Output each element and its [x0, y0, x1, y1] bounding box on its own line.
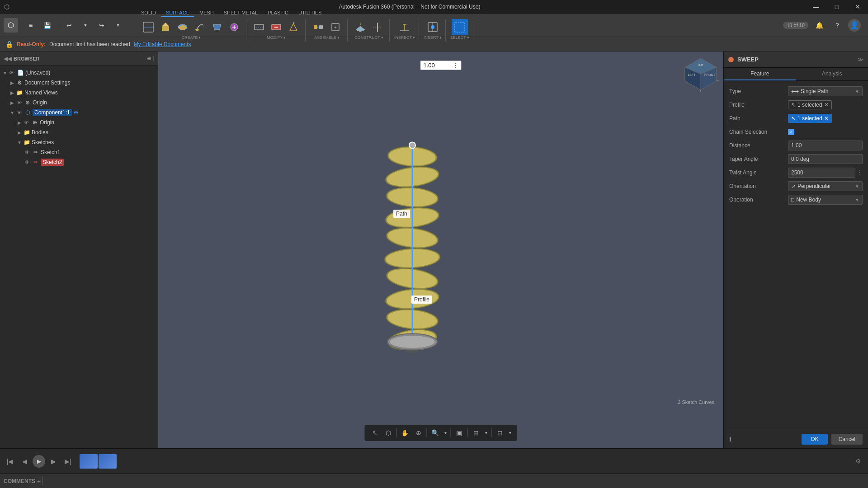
orbit-tool[interactable]: ✋: [399, 427, 411, 439]
tab-solid[interactable]: SOLID: [137, 9, 160, 17]
file-menu[interactable]: ≡: [24, 18, 38, 33]
viewport[interactable]: ⋮: [158, 52, 723, 448]
select-label[interactable]: SELECT ▾: [450, 35, 469, 40]
inspect-measure-button[interactable]: [396, 19, 413, 35]
tree-item-bodies[interactable]: ▶ 📁 Bodies: [0, 127, 158, 137]
assemble-joint-button[interactable]: [310, 19, 326, 35]
redo-button[interactable]: ↪: [94, 18, 109, 33]
tree-item-doc-settings[interactable]: ▶ ⚙ Document Settings: [0, 78, 158, 88]
eye-icon-origin[interactable]: 👁: [15, 99, 23, 106]
cursor-tool[interactable]: ↖: [368, 427, 381, 439]
assemble-label[interactable]: ASSEMBLE ▾: [314, 35, 340, 40]
tree-arrow-bodies[interactable]: ▶: [16, 130, 23, 135]
redo-dropdown[interactable]: ▼: [111, 18, 125, 33]
save-button[interactable]: 💾: [40, 18, 54, 33]
document-count[interactable]: 10 of 10: [783, 22, 808, 29]
browser-collapse[interactable]: ◀◀: [4, 56, 12, 62]
editable-docs-link[interactable]: My Editable Documents: [134, 41, 191, 47]
construct-plane-button[interactable]: [352, 19, 368, 35]
timeline-next-button[interactable]: ▶: [47, 455, 60, 468]
tree-arrow-unsaved[interactable]: ▼: [2, 70, 8, 75]
distance-input[interactable]: [788, 141, 863, 150]
tree-arrow-doc[interactable]: ▶: [9, 80, 15, 85]
chain-checkbox[interactable]: ✓: [788, 129, 794, 135]
close-button[interactable]: ✕: [847, 0, 868, 14]
select-button[interactable]: [452, 19, 468, 35]
eye-icon-origin-comp[interactable]: 👁: [23, 119, 30, 126]
view-settings[interactable]: ⊟: [494, 427, 506, 439]
timeline-end-button[interactable]: ▶|: [61, 455, 74, 468]
zoom-dropdown[interactable]: ▼: [443, 427, 449, 439]
tree-item-named-views[interactable]: ▶ 📁 Named Views: [0, 88, 158, 98]
browser-add-icon[interactable]: ⊕: [147, 56, 151, 61]
dimension-menu-button[interactable]: ⋮: [453, 62, 458, 69]
tab-plastic[interactable]: PLASTIC: [263, 9, 293, 17]
tree-item-origin-comp[interactable]: ▶ 👁 ⊕ Origin: [0, 117, 158, 127]
tree-item-sketches[interactable]: ▼ 📁 Sketches: [0, 137, 158, 147]
modify-reverse-normal-button[interactable]: [285, 19, 302, 35]
modify-unstitch-button[interactable]: [268, 19, 284, 35]
create-revolve-button[interactable]: [175, 19, 191, 35]
timeline-block-1[interactable]: [80, 454, 98, 469]
eye-icon-sketch2[interactable]: 👁: [24, 159, 31, 166]
timeline-start-button[interactable]: |◀: [4, 455, 16, 468]
tab-utilities[interactable]: UTILITIES: [294, 9, 326, 17]
timeline-prev-button[interactable]: ◀: [18, 455, 31, 468]
timeline-block-2[interactable]: [99, 454, 117, 469]
tree-item-sketch2[interactable]: 👁 ✏ Sketch2: [0, 157, 158, 167]
look-at-tool[interactable]: ⊕: [412, 427, 425, 439]
display-settings[interactable]: ▣: [453, 427, 466, 439]
ok-button[interactable]: OK: [802, 434, 827, 445]
notification-bell[interactable]: 🔔: [812, 18, 826, 33]
modify-label[interactable]: MODIFY ▾: [267, 35, 286, 40]
eye-icon-unsaved[interactable]: 👁: [8, 69, 15, 76]
profile-selected-badge[interactable]: ↖ 1 selected ✕: [788, 100, 832, 109]
tree-arrow-origin-comp[interactable]: ▶: [16, 120, 23, 125]
operation-dropdown[interactable]: □ New Body ▼: [788, 195, 863, 205]
profile-clear-button[interactable]: ✕: [824, 102, 829, 108]
twist-input[interactable]: [788, 168, 855, 178]
modify-stitch-button[interactable]: [251, 19, 267, 35]
info-icon[interactable]: ℹ: [729, 436, 731, 443]
insert-label[interactable]: INSERT ▾: [424, 35, 442, 40]
undo-dropdown[interactable]: ▼: [78, 18, 93, 33]
create-loft-button[interactable]: [209, 19, 225, 35]
create-label[interactable]: CREATE ▾: [182, 35, 201, 40]
twist-more-icon[interactable]: ⋮: [857, 169, 863, 176]
user-button[interactable]: 👤: [848, 19, 861, 32]
timeline-play-button[interactable]: ▶: [33, 455, 45, 468]
tab-mesh[interactable]: MESH: [195, 9, 218, 17]
zoom-tool[interactable]: 🔍: [429, 427, 442, 439]
inspect-label[interactable]: INSPECT ▾: [394, 35, 415, 40]
grid-dropdown[interactable]: ▼: [483, 427, 490, 439]
assemble-more-button[interactable]: +: [327, 19, 344, 35]
view-dropdown[interactable]: ▼: [507, 427, 514, 439]
comments-add-button[interactable]: +: [37, 478, 41, 485]
grid-settings[interactable]: ⊞: [470, 427, 482, 439]
tab-sheet-metal[interactable]: SHEET METAL: [219, 9, 262, 17]
activate-icon[interactable]: ⊕: [74, 109, 78, 116]
tree-item-component1[interactable]: ▼ 👁 ⬡ Component1:1 ⊕: [0, 108, 158, 117]
construct-axis-button[interactable]: [369, 19, 386, 35]
sweep-tab-analysis[interactable]: Analysis: [796, 68, 868, 80]
tree-item-sketch1[interactable]: 👁 ✏ Sketch1: [0, 147, 158, 157]
navcube[interactable]: TOP FRONT LEFT: [683, 56, 719, 92]
create-more-button[interactable]: [226, 19, 242, 35]
create-extrude-button[interactable]: [157, 19, 174, 35]
eye-icon-comp[interactable]: 👁: [15, 109, 23, 116]
tree-arrow-origin-top[interactable]: ▶: [9, 100, 15, 105]
tree-arrow-comp[interactable]: ▼: [9, 110, 15, 115]
maximize-button[interactable]: □: [826, 0, 847, 14]
path-clear-button[interactable]: ✕: [824, 115, 829, 122]
help-button[interactable]: ?: [830, 18, 844, 33]
timeline-settings-button[interactable]: ⚙: [852, 455, 864, 468]
sweep-expand-icon[interactable]: ≫: [858, 56, 863, 63]
undo-button[interactable]: ↩: [62, 18, 76, 33]
sweep-tab-feature[interactable]: Feature: [724, 68, 796, 80]
tree-item-origin-top[interactable]: ▶ 👁 ⊕ Origin: [0, 98, 158, 108]
tree-arrow-named[interactable]: ▶: [9, 90, 15, 95]
taper-input[interactable]: [788, 154, 863, 164]
orientation-dropdown[interactable]: ↗ Perpendicular ▼: [788, 181, 863, 191]
cancel-button[interactable]: Cancel: [831, 434, 863, 445]
display-mode[interactable]: ⬡: [382, 427, 395, 439]
